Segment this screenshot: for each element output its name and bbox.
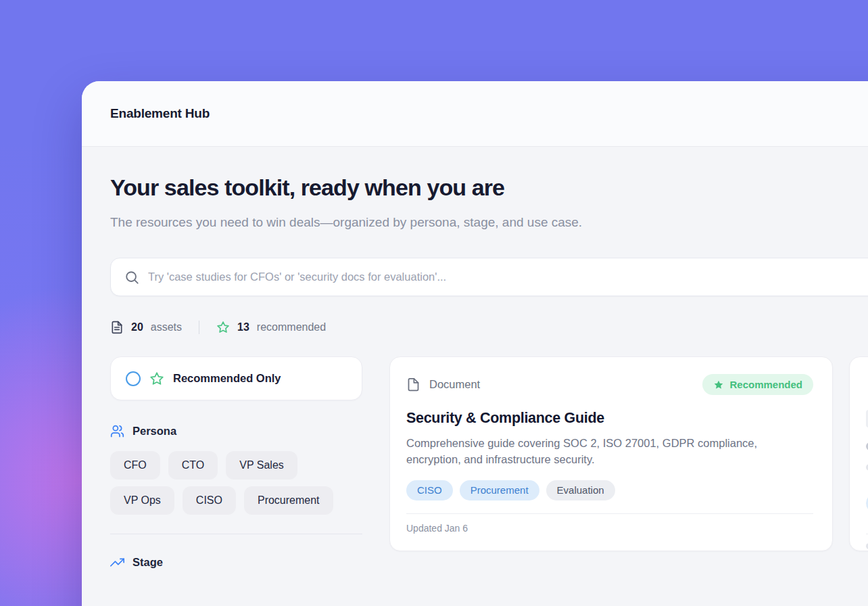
- stage-section-heading: Stage: [110, 555, 362, 569]
- enablement-hub-window: Enablement Hub Your sales toolkit, ready…: [82, 81, 868, 606]
- trending-up-icon: [110, 555, 124, 569]
- star-filled-icon: [713, 379, 724, 390]
- tag-procurement[interactable]: Procurement: [460, 480, 539, 500]
- content-row: Recommended Only Persona CFO CTO VP Sale…: [110, 356, 868, 569]
- search-bar[interactable]: [110, 258, 868, 296]
- recommended-count: 13: [237, 321, 249, 333]
- app-body: Your sales toolkit, ready when you are T…: [82, 147, 868, 569]
- card-type: Document: [406, 377, 480, 392]
- stage-section-label: Stage: [132, 556, 163, 569]
- sidebar-divider: [110, 534, 362, 534]
- radio-circle-icon[interactable]: [126, 371, 141, 386]
- persona-section-label: Persona: [132, 425, 176, 438]
- page-subtitle: The resources you need to win deals—orga…: [110, 210, 583, 235]
- recommended-label: recommended: [257, 321, 326, 333]
- stats-row: 20 assets 13 recommended: [110, 321, 868, 334]
- filters-sidebar: Recommended Only Persona CFO CTO VP Sale…: [110, 356, 362, 569]
- recommended-badge-label: Recommended: [729, 379, 802, 390]
- results-grid: Document Recommended Security & Complian…: [389, 356, 868, 551]
- card-description: Comprehensive guide covering SOC 2, ISO …: [406, 435, 812, 467]
- persona-chip-ciso[interactable]: CISO: [183, 486, 236, 515]
- file-text-icon: [110, 321, 124, 334]
- recommended-only-toggle[interactable]: Recommended Only: [110, 356, 362, 400]
- persona-chip-vp-sales[interactable]: VP Sales: [226, 451, 297, 480]
- tag-ciso[interactable]: CISO: [406, 480, 453, 500]
- assets-count: 20: [131, 321, 143, 333]
- stats-divider: [199, 321, 199, 334]
- asset-card-security-compliance-guide[interactable]: Document Recommended Security & Complian…: [389, 356, 833, 551]
- recommended-badge: Recommended: [702, 374, 813, 395]
- page-title: Your sales toolkit, ready when you are: [110, 174, 868, 201]
- persona-chip-cfo[interactable]: CFO: [110, 451, 160, 480]
- file-icon: [406, 377, 420, 392]
- persona-chip-procurement[interactable]: Procurement: [244, 486, 333, 515]
- card-updated: Updated Jan 6: [406, 513, 813, 534]
- persona-chip-cto[interactable]: CTO: [168, 451, 218, 480]
- persona-chips: CFO CTO VP Sales VP Ops CISO Procurement: [110, 451, 362, 515]
- search-input[interactable]: [148, 258, 868, 296]
- card-type-label: Document: [429, 378, 480, 391]
- asset-card-partially-visible[interactable]: [849, 356, 868, 551]
- star-icon: [216, 321, 230, 334]
- card-title[interactable]: Security & Compliance Guide: [406, 410, 813, 427]
- card-tag-row: CISO Procurement Evaluation: [406, 480, 813, 500]
- search-icon: [124, 270, 139, 285]
- app-header: Enablement Hub: [82, 81, 868, 147]
- app-title: Enablement Hub: [110, 106, 210, 121]
- assets-label: assets: [151, 321, 182, 333]
- star-outline-icon: [149, 371, 164, 386]
- tag-evaluation[interactable]: Evaluation: [546, 480, 615, 500]
- users-icon: [110, 424, 124, 438]
- persona-section-heading: Persona: [110, 424, 362, 438]
- recommended-only-label: Recommended Only: [173, 372, 281, 385]
- card-top-row: Document Recommended: [406, 374, 813, 395]
- persona-chip-vp-ops[interactable]: VP Ops: [110, 486, 174, 515]
